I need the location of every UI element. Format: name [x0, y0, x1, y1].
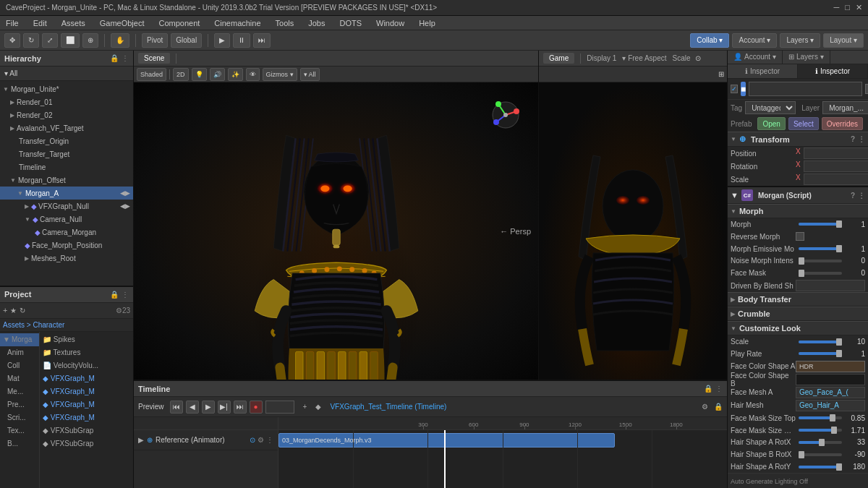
- script-settings-icon[interactable]: ⋮: [858, 192, 865, 200]
- morph-slider[interactable]: [799, 223, 842, 226]
- hierarchy-item-morgan-offset[interactable]: ▼ Morgan_Offset: [0, 174, 133, 187]
- toolbar-move-btn[interactable]: ✥: [4, 33, 20, 48]
- game-viewport[interactable]: [539, 82, 727, 380]
- menu-dots[interactable]: DOTS: [336, 19, 365, 27]
- fx-btn[interactable]: ✨: [228, 68, 243, 81]
- scene-view-btn[interactable]: 👁: [246, 68, 260, 81]
- project-vfxgraph4[interactable]: ◆ VFXGraph_M: [40, 411, 133, 424]
- tl-frame-input[interactable]: 817: [265, 401, 294, 414]
- menu-tools[interactable]: Tools: [273, 19, 297, 27]
- gizmos-btn[interactable]: Gizmos ▾: [263, 68, 297, 81]
- driven-field[interactable]: [796, 280, 865, 291]
- hierarchy-item-avalanch[interactable]: ▶ Avalanch_VF_Target: [0, 121, 133, 134]
- custom-scale-thumb[interactable]: [836, 338, 842, 346]
- prefab-select-btn[interactable]: Select: [788, 117, 819, 130]
- track-clip-main[interactable]: 03_MorganDecends_Morph.v3: [278, 433, 615, 448]
- all-btn[interactable]: ▾ All: [300, 68, 320, 81]
- scale-x[interactable]: 1: [804, 174, 868, 185]
- project-textures[interactable]: 📁 Textures: [40, 346, 133, 359]
- hierarchy-item-morgan-a[interactable]: ▼ Morgan_A ◀▶: [0, 187, 133, 200]
- project-tex[interactable]: Tex...: [0, 424, 39, 437]
- refresh-icon[interactable]: ↻: [20, 307, 25, 314]
- project-vfxsubgrap1[interactable]: ◆ VFXSubGrap: [40, 424, 133, 437]
- play-rate-thumb[interactable]: [836, 350, 842, 357]
- custom-scale-slider[interactable]: [799, 341, 842, 343]
- project-scri[interactable]: Scri...: [0, 411, 39, 424]
- menu-component[interactable]: Component: [156, 19, 203, 27]
- hierarchy-menu-icon[interactable]: ⋮: [122, 54, 129, 62]
- light-btn[interactable]: 💡: [192, 68, 207, 81]
- face-mask-top-thumb[interactable]: [830, 414, 835, 421]
- play-btn[interactable]: ▶: [214, 33, 230, 48]
- tl-record-btn[interactable]: ●: [250, 401, 263, 414]
- hierarchy-item-render02[interactable]: ▶ Render_02: [0, 108, 133, 121]
- hierarchy-lock-icon[interactable]: 🔒: [110, 54, 119, 62]
- hierarchy-item-vfxgraph[interactable]: ▶ ◆ VFXGraph_Null ◀▶: [0, 200, 133, 213]
- project-menu-icon[interactable]: ⋮: [122, 291, 129, 299]
- project-root-item[interactable]: ▼ Morga: [0, 333, 39, 346]
- hierarchy-item-transfer-origin[interactable]: Transfer_Origin: [0, 134, 133, 147]
- hair-shape-b-rotx-thumb[interactable]: [799, 451, 804, 458]
- inspector-tab-2[interactable]: ℹ Inspector: [798, 64, 868, 78]
- play-rate-slider[interactable]: [799, 352, 842, 355]
- timeline-lock-icon2[interactable]: 🔒: [714, 403, 723, 411]
- menu-assets[interactable]: Assets: [59, 19, 88, 27]
- timeline-settings-icon[interactable]: ⚙: [702, 403, 708, 411]
- hair-shape-a-rotx-thumb[interactable]: [819, 439, 825, 446]
- face-color-a-swatch[interactable]: HDR: [796, 361, 865, 372]
- tl-next-btn[interactable]: ▶|: [218, 401, 231, 414]
- pivot-btn[interactable]: Pivot: [142, 33, 168, 48]
- toolbar-rotate-btn[interactable]: ↻: [23, 33, 39, 48]
- face-mesh-a-field[interactable]: Geo_Face_A_(: [796, 387, 865, 398]
- maximize-icon[interactable]: ⊞: [718, 70, 724, 78]
- project-b[interactable]: B...: [0, 437, 39, 450]
- menu-jobs[interactable]: Jobs: [305, 19, 328, 27]
- pause-btn[interactable]: ⏸: [233, 33, 250, 48]
- layout-btn[interactable]: Layout ▾: [823, 33, 864, 48]
- tl-prev-btn[interactable]: ◀: [186, 401, 199, 414]
- script-info-icon[interactable]: ?: [851, 192, 855, 200]
- face-mask-mid-thumb[interactable]: [831, 427, 837, 434]
- customize-look-header[interactable]: ▼ Customize Look: [728, 321, 868, 335]
- layers-btn[interactable]: Layers ▾: [780, 33, 820, 48]
- transform-section-header[interactable]: ▼ ⊕ Transform ? ⋮: [728, 132, 868, 147]
- gizmo-widget[interactable]: [488, 97, 524, 133]
- scene-tab[interactable]: Scene: [138, 53, 170, 64]
- layers-tab[interactable]: ⊞ Layers ▾: [783, 51, 830, 64]
- hierarchy-item-camera-morgan[interactable]: ◆ Camera_Morgan: [0, 226, 133, 239]
- tl-start-btn[interactable]: ⏮: [170, 401, 183, 414]
- add-icon[interactable]: +: [3, 306, 7, 314]
- project-velocityvolu[interactable]: 📄 VelocityVolu...: [40, 359, 133, 372]
- face-mask-top-slider[interactable]: [799, 416, 842, 419]
- hierarchy-search[interactable]: [0, 67, 133, 81]
- hierarchy-item-timeline[interactable]: Timeline: [0, 160, 133, 174]
- project-mat[interactable]: Mat: [0, 372, 39, 385]
- hair-shape-a-roty-slider[interactable]: [799, 466, 842, 468]
- project-vfxgraph2[interactable]: ◆ VFXGraph_M: [40, 385, 133, 398]
- project-vfxgraph3[interactable]: ◆ VFXGraph_M: [40, 398, 133, 411]
- body-transfer-header[interactable]: ▶ Body Transfer: [728, 292, 868, 307]
- transform-info-icon[interactable]: ?: [851, 135, 855, 143]
- prefab-overrides-btn[interactable]: Overrides: [822, 117, 863, 130]
- tag-dropdown[interactable]: Untagged: [745, 101, 796, 114]
- hierarchy-item-render01[interactable]: ▶ Render_01: [0, 95, 133, 108]
- minimize-btn[interactable]: ─: [834, 3, 840, 12]
- menu-edit[interactable]: Edit: [30, 19, 50, 27]
- track-menu-icon[interactable]: ⋮: [266, 436, 273, 444]
- layer-dropdown[interactable]: Morgan_...: [822, 101, 868, 114]
- crumble-header[interactable]: ▶ Crumble: [728, 307, 868, 321]
- favorites-icon[interactable]: ★: [10, 307, 17, 314]
- tl-end-btn[interactable]: ⏭: [234, 401, 247, 414]
- shading-dropdown[interactable]: Shaded: [137, 68, 166, 81]
- hierarchy-item-transfer-target[interactable]: Transfer_Target: [0, 147, 133, 160]
- timeline-menu-icon[interactable]: ⋮: [715, 385, 723, 393]
- project-vfxgraph1[interactable]: ◆ VFXGraph_M: [40, 372, 133, 385]
- hierarchy-item-meshes-root[interactable]: ▶ Meshes_Root: [0, 252, 133, 265]
- position-x[interactable]: -3.8: [804, 147, 868, 159]
- global-btn[interactable]: Global: [171, 33, 202, 48]
- face-color-b-swatch[interactable]: [796, 374, 865, 385]
- project-pre[interactable]: Pre...: [0, 398, 39, 411]
- hair-mesh-field[interactable]: Geo_Hair_A: [796, 400, 865, 411]
- prefab-open-btn[interactable]: Open: [757, 117, 785, 130]
- step-btn[interactable]: ⏭: [253, 33, 271, 48]
